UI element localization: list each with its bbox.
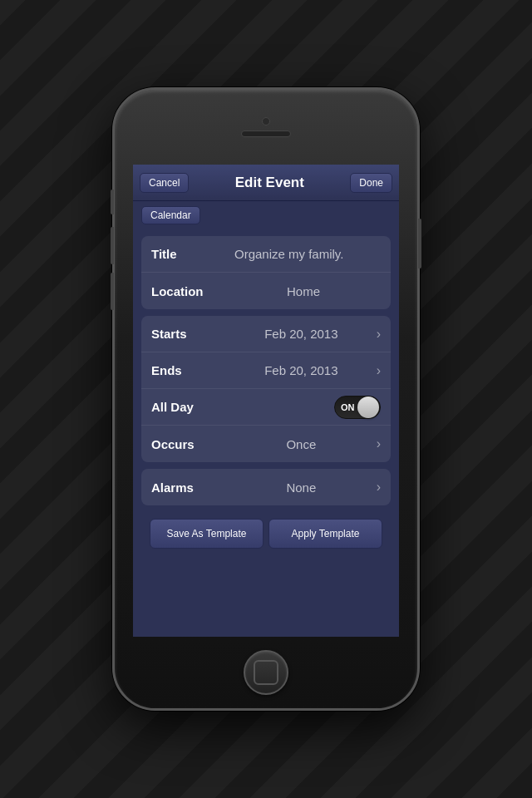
- app-container: Cancel Edit Event Done Calendar Title Or…: [133, 165, 399, 637]
- datetime-group: Starts Feb 20, 2013 › Ends Feb 20, 2013 …: [141, 316, 391, 462]
- title-location-group: Title Organize my family. Location Home: [141, 236, 391, 309]
- toggle-on-label: ON: [341, 402, 355, 412]
- calendar-badge[interactable]: Calendar: [141, 206, 200, 224]
- title-value: Organize my family.: [226, 247, 381, 261]
- bottom-buttons: Save As Template Apply Template: [141, 512, 391, 555]
- ends-label: Ends: [151, 363, 226, 377]
- ends-chevron-icon: ›: [377, 363, 381, 378]
- done-button[interactable]: Done: [350, 173, 392, 193]
- allday-row: All Day ON: [141, 389, 391, 426]
- ends-row[interactable]: Ends Feb 20, 2013 ›: [141, 352, 391, 389]
- save-as-template-button[interactable]: Save As Template: [150, 519, 264, 549]
- alarms-chevron-icon: ›: [377, 480, 381, 495]
- starts-row[interactable]: Starts Feb 20, 2013 ›: [141, 316, 391, 352]
- alarms-label: Alarms: [151, 480, 226, 495]
- bottom-bezel: [115, 637, 417, 708]
- location-row: Location Home: [141, 273, 391, 309]
- starts-chevron-icon: ›: [377, 327, 381, 342]
- title-label: Title: [151, 247, 226, 261]
- occurs-chevron-icon: ›: [377, 436, 381, 451]
- starts-label: Starts: [151, 327, 226, 341]
- starts-value: Feb 20, 2013: [226, 327, 377, 341]
- phone-screen: Cancel Edit Event Done Calendar Title Or…: [133, 165, 399, 637]
- location-value: Home: [226, 284, 381, 298]
- alarms-group: Alarms None ›: [141, 469, 391, 505]
- nav-bar: Cancel Edit Event Done: [133, 165, 399, 201]
- home-button-inner: [254, 660, 278, 685]
- scroll-content: Title Organize my family. Location Home …: [133, 229, 399, 637]
- volume-down-button[interactable]: [111, 273, 114, 310]
- allday-toggle[interactable]: ON: [334, 396, 381, 419]
- toggle-knob: [357, 397, 379, 418]
- volume-up-button[interactable]: [111, 227, 114, 264]
- cancel-button[interactable]: Cancel: [140, 173, 189, 193]
- occurs-row[interactable]: Occurs Once ›: [141, 426, 391, 462]
- occurs-value: Once: [226, 437, 377, 451]
- toggle-switch[interactable]: ON: [334, 396, 381, 419]
- camera: [262, 117, 270, 126]
- top-bezel: [115, 90, 417, 165]
- mute-button[interactable]: [111, 190, 114, 214]
- location-label: Location: [151, 284, 226, 298]
- allday-label: All Day: [151, 400, 226, 414]
- title-row: Title Organize my family.: [141, 236, 391, 273]
- alarms-row[interactable]: Alarms None ›: [141, 469, 391, 505]
- alarms-value: None: [226, 480, 377, 495]
- occurs-label: Occurs: [151, 437, 226, 451]
- home-button[interactable]: [244, 650, 288, 695]
- phone-shell: Cancel Edit Event Done Calendar Title Or…: [112, 87, 420, 711]
- ends-value: Feb 20, 2013: [226, 363, 377, 377]
- apply-template-button[interactable]: Apply Template: [268, 519, 382, 549]
- speaker: [241, 131, 291, 137]
- power-button[interactable]: [418, 219, 421, 268]
- page-title: Edit Event: [235, 175, 304, 191]
- calendar-bar: Calendar: [133, 201, 399, 229]
